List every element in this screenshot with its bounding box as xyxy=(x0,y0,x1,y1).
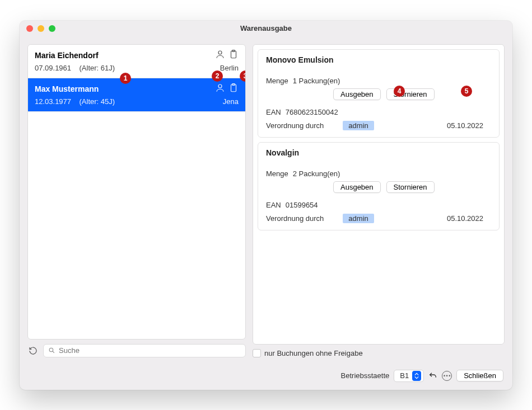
stornieren-button[interactable]: Stornieren xyxy=(386,181,435,193)
close-button[interactable]: Schließen xyxy=(456,370,503,381)
verordnung-label: Verordnung durch xyxy=(266,121,324,130)
menge-label: Menge xyxy=(266,77,288,85)
ean-label: EAN xyxy=(266,108,281,116)
medication-card: 4 5 Monovo Emulsion Menge 1 Packung(en) … xyxy=(258,49,500,138)
svg-line-7 xyxy=(53,351,54,353)
window-title: Warenausgabe xyxy=(20,24,512,32)
patient-name: Max Mustermann xyxy=(35,84,99,93)
minimize-window-button[interactable] xyxy=(38,25,44,32)
prescription-date: 05.10.2022 xyxy=(447,214,483,223)
annotation-badge-2: 2 xyxy=(212,70,223,82)
patient-dob: 12.03.1977 xyxy=(35,97,71,106)
betriebsstaette-value: B1 xyxy=(400,371,409,380)
filter-row: nur Buchungen ohne Freigabe xyxy=(253,349,505,357)
filter-label: nur Buchungen ohne Freigabe xyxy=(264,349,363,357)
betriebsstaette-select[interactable]: B1 xyxy=(394,370,424,382)
clipboard-icon[interactable] xyxy=(228,83,239,95)
betriebsstaette-label: Betriebsstaette xyxy=(341,371,390,380)
clipboard-icon[interactable] xyxy=(228,49,239,62)
patient-name: Maria Eichendorf xyxy=(35,51,99,60)
menge-label: Menge xyxy=(266,169,288,178)
app-window: Warenausgabe Maria Eichendorf xyxy=(20,21,512,390)
prescription-date: 05.10.2022 xyxy=(447,121,483,130)
annotation-badge-1: 1 xyxy=(120,73,131,84)
ean-value: 7680623150042 xyxy=(286,108,338,116)
content-area: Maria Eichendorf 07.09.1961 xyxy=(20,36,512,365)
close-window-button[interactable] xyxy=(26,25,33,32)
patient-age: (Alter: 61J) xyxy=(80,64,115,72)
svg-point-0 xyxy=(218,51,222,54)
menge-value: 2 Packung(en) xyxy=(293,169,340,178)
patient-dob: 07.09.1961 xyxy=(35,64,71,72)
select-stepper-icon xyxy=(412,371,421,381)
search-row xyxy=(27,344,246,357)
search-input[interactable] xyxy=(59,346,241,355)
zoom-window-button[interactable] xyxy=(49,25,55,32)
patient-row[interactable]: 1 2 3 Max Mustermann xyxy=(28,78,245,112)
medication-title: Novalgin xyxy=(266,148,491,157)
person-icon[interactable] xyxy=(215,83,225,95)
verordnung-label: Verordnung durch xyxy=(266,214,324,223)
undo-button[interactable] xyxy=(428,371,437,380)
right-panel: 4 5 Monovo Emulsion Menge 1 Packung(en) … xyxy=(253,44,505,357)
filter-checkbox[interactable] xyxy=(253,349,261,357)
svg-point-6 xyxy=(49,348,53,352)
annotation-badge-4: 4 xyxy=(394,86,405,97)
left-panel: Maria Eichendorf 07.09.1961 xyxy=(27,44,246,357)
traffic-lights xyxy=(20,25,55,32)
prescriber-chip: admin xyxy=(343,121,374,130)
ausgeben-button[interactable]: Ausgeben xyxy=(333,181,381,193)
patient-city: Berlin xyxy=(220,64,239,72)
patient-list: Maria Eichendorf 07.09.1961 xyxy=(27,44,246,340)
footer: Betriebsstaette B1 ••• Schließen xyxy=(20,365,512,390)
search-field[interactable] xyxy=(43,344,246,357)
medication-title: Monovo Emulsion xyxy=(266,55,491,64)
svg-point-3 xyxy=(218,84,222,88)
refresh-button[interactable] xyxy=(27,345,39,356)
more-options-button[interactable]: ••• xyxy=(442,371,452,381)
menge-value: 1 Packung(en) xyxy=(293,77,340,85)
person-icon[interactable] xyxy=(215,49,225,62)
prescriber-chip: admin xyxy=(343,214,374,223)
ausgeben-button[interactable]: Ausgeben xyxy=(333,88,381,100)
ean-value: 01599654 xyxy=(286,201,318,209)
patient-city: Jena xyxy=(223,97,239,106)
medication-list: 4 5 Monovo Emulsion Menge 1 Packung(en) … xyxy=(253,44,505,345)
medication-card: Novalgin Menge 2 Packung(en) Ausgeben St… xyxy=(258,142,500,230)
titlebar: Warenausgabe xyxy=(20,21,512,36)
annotation-badge-5: 5 xyxy=(461,86,472,97)
patient-age: (Alter: 45J) xyxy=(80,97,115,106)
ellipsis-icon: ••• xyxy=(442,371,452,381)
search-icon xyxy=(48,347,55,354)
annotation-badge-3: 3 xyxy=(240,70,246,82)
ean-label: EAN xyxy=(266,201,281,209)
